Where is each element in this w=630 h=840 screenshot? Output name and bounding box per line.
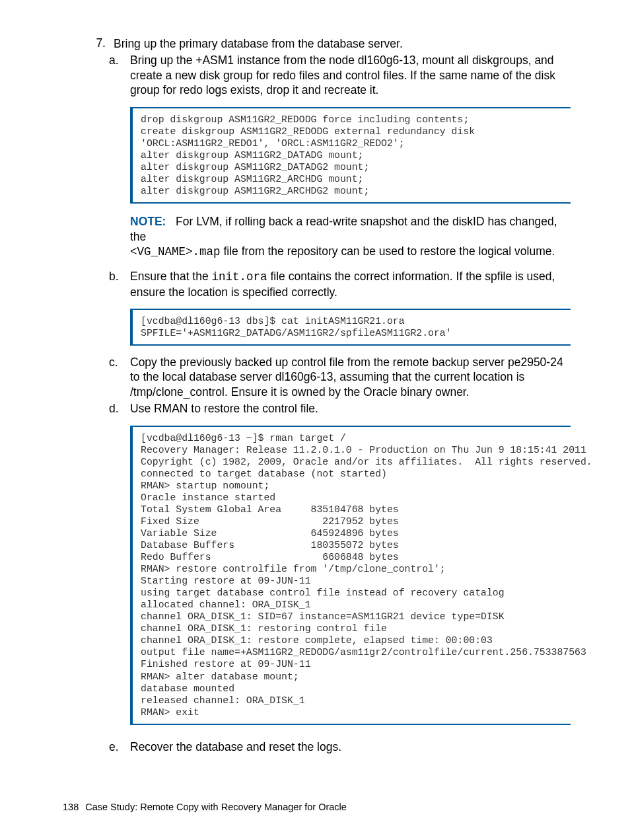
document-page: 7. Bring up the primary database from th… [0, 0, 630, 840]
substep-a: a. Bring up the +ASM1 instance from the … [109, 53, 571, 97]
substep-text: Use RMAN to restore the control file. [130, 401, 571, 416]
step-number: 7. [83, 36, 114, 51]
substep-letter: b. [109, 269, 130, 299]
code-block-b: [vcdba@dl160g6-13 dbs]$ cat initASM11GR2… [130, 309, 571, 346]
substep-d: d. Use RMAN to restore the control file. [109, 401, 571, 416]
note-text-1: For LVM, if rolling back a read-write sn… [130, 215, 557, 243]
note-mono: <VG_NAME>.map [130, 245, 221, 258]
substep-e: e. Recover the database and reset the lo… [109, 740, 571, 754]
page-footer: 138Case Study: Remote Copy with Recovery… [63, 802, 347, 812]
substep-text: Bring up the +ASM1 instance from the nod… [130, 53, 571, 97]
substep-b: b. Ensure that the init.ora file contain… [109, 269, 571, 299]
page-number: 138 [63, 802, 79, 812]
substep-letter: e. [109, 740, 130, 754]
substep-letter: c. [109, 355, 130, 399]
substep-c: c. Copy the previously backed up control… [109, 355, 571, 399]
step-7: 7. Bring up the primary database from th… [83, 36, 571, 51]
b-mono: init.ora [212, 270, 267, 284]
code-block-d: [vcdba@dl160g6-13 ~]$ rman target / Reco… [130, 426, 571, 725]
substep-text: Copy the previously backed up control fi… [130, 355, 571, 399]
substep-text: Recover the database and reset the logs. [130, 740, 571, 754]
substep-letter: a. [109, 53, 130, 97]
b-text-1: Ensure that the [130, 270, 212, 283]
note-text-2: file from the repository can be used to … [221, 245, 555, 258]
substep-letter: d. [109, 401, 130, 416]
code-block-a: drop diskgroup ASM11GR2_REDODG force inc… [130, 107, 571, 204]
note-block: NOTE: For LVM, if rolling back a read-wr… [130, 214, 571, 260]
chapter-title: Case Study: Remote Copy with Recovery Ma… [85, 802, 347, 812]
note-label: NOTE: [130, 215, 166, 228]
step-text: Bring up the primary database from the d… [114, 36, 571, 51]
substep-text: Ensure that the init.ora file contains t… [130, 269, 571, 299]
